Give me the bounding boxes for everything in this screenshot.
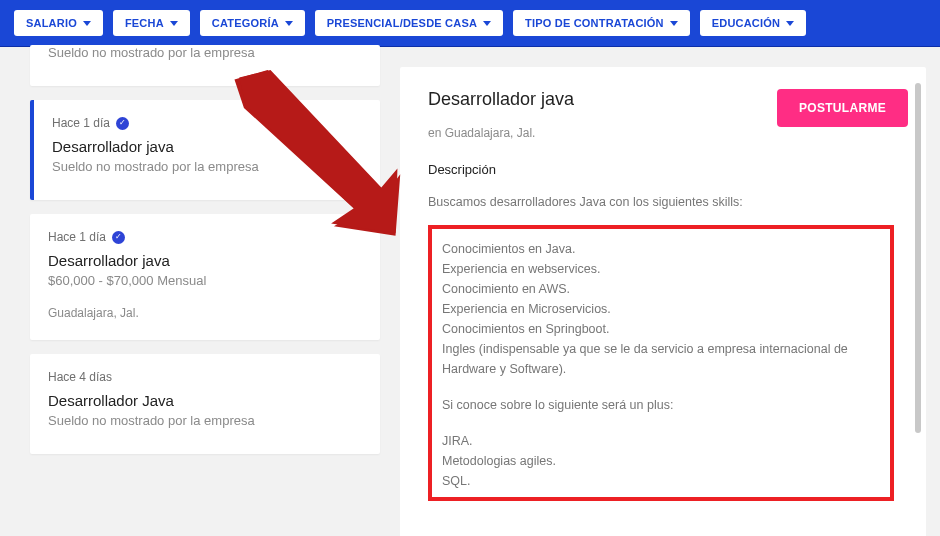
job-time-row: Hace 1 día bbox=[52, 116, 362, 130]
filter-category[interactable]: CATEGORÍA bbox=[200, 10, 305, 36]
job-time: Hace 1 día bbox=[52, 116, 110, 130]
job-salary: Sueldo no mostrado por la empresa bbox=[48, 45, 362, 60]
job-card[interactable]: Hace 1 día Desarrollador java $60,000 - … bbox=[30, 214, 380, 340]
plus-line: JIRA. bbox=[442, 431, 880, 451]
requirement-line: Conocimientos en Java. bbox=[442, 239, 880, 259]
filter-mode[interactable]: PRESENCIAL/DESDE CASA bbox=[315, 10, 503, 36]
filter-label: FECHA bbox=[125, 17, 164, 29]
plus-line: SQL. bbox=[442, 471, 880, 491]
job-time: Hace 1 día bbox=[48, 230, 106, 244]
job-title: Desarrollador java bbox=[48, 252, 362, 269]
job-time-row: Hace 4 días bbox=[48, 370, 362, 384]
filter-salary[interactable]: SALARIO bbox=[14, 10, 103, 36]
filter-bar: SALARIO FECHA CATEGORÍA PRESENCIAL/DESDE… bbox=[0, 0, 940, 47]
job-time-row: Hace 1 día bbox=[48, 230, 362, 244]
job-time: Hace 4 días bbox=[48, 370, 112, 384]
filter-contract[interactable]: TIPO DE CONTRATACIÓN bbox=[513, 10, 690, 36]
detail-location: en Guadalajara, Jal. bbox=[428, 126, 574, 140]
requirement-line: Experiencia en webservices. bbox=[442, 259, 880, 279]
job-card[interactable]: Hace 4 días Desarrollador Java Sueldo no… bbox=[30, 354, 380, 454]
chevron-down-icon bbox=[786, 21, 794, 26]
chevron-down-icon bbox=[483, 21, 491, 26]
filter-label: SALARIO bbox=[26, 17, 77, 29]
filter-date[interactable]: FECHA bbox=[113, 10, 190, 36]
requirement-line: Experiencia en Microservicios. bbox=[442, 299, 880, 319]
job-card[interactable]: Sueldo no mostrado por la empresa bbox=[30, 45, 380, 86]
chevron-down-icon bbox=[170, 21, 178, 26]
requirement-line: Conocimientos en Springboot. bbox=[442, 319, 880, 339]
filter-education[interactable]: EDUCACIÓN bbox=[700, 10, 806, 36]
detail-title: Desarrollador java bbox=[428, 89, 574, 110]
scrollbar-thumb[interactable] bbox=[915, 83, 921, 433]
job-salary: Sueldo no mostrado por la empresa bbox=[48, 413, 362, 428]
plus-line: Metodologias agiles. bbox=[442, 451, 880, 471]
chevron-down-icon bbox=[670, 21, 678, 26]
description-intro: Buscamos desarrolladores Java con los si… bbox=[428, 195, 908, 209]
requirement-line: Conocimiento en AWS. bbox=[442, 279, 880, 299]
job-location: Guadalajara, Jal. bbox=[48, 306, 362, 320]
chevron-down-icon bbox=[83, 21, 91, 26]
description-heading: Descripción bbox=[428, 162, 908, 177]
job-salary: Sueldo no mostrado por la empresa bbox=[52, 159, 362, 174]
apply-button[interactable]: POSTULARME bbox=[777, 89, 908, 127]
filter-label: PRESENCIAL/DESDE CASA bbox=[327, 17, 477, 29]
chevron-down-icon bbox=[285, 21, 293, 26]
job-list: Sueldo no mostrado por la empresa Hace 1… bbox=[30, 47, 380, 536]
job-salary: $60,000 - $70,000 Mensual bbox=[48, 273, 362, 288]
job-detail-panel: Desarrollador java en Guadalajara, Jal. … bbox=[400, 67, 926, 536]
filter-label: TIPO DE CONTRATACIÓN bbox=[525, 17, 664, 29]
requirement-line: Ingles (indispensable ya que se le da se… bbox=[442, 339, 880, 379]
plus-intro: Si conoce sobre lo siguiente será un plu… bbox=[442, 395, 880, 415]
job-title: Desarrollador java bbox=[52, 138, 362, 155]
job-title: Desarrollador Java bbox=[48, 392, 362, 409]
verified-icon bbox=[112, 231, 125, 244]
verified-icon bbox=[116, 117, 129, 130]
scrollbar[interactable] bbox=[915, 73, 921, 536]
requirements-highlight: Conocimientos en Java. Experiencia en we… bbox=[428, 225, 894, 501]
filter-label: CATEGORÍA bbox=[212, 17, 279, 29]
job-card-active[interactable]: Hace 1 día Desarrollador java Sueldo no … bbox=[30, 100, 380, 200]
filter-label: EDUCACIÓN bbox=[712, 17, 780, 29]
